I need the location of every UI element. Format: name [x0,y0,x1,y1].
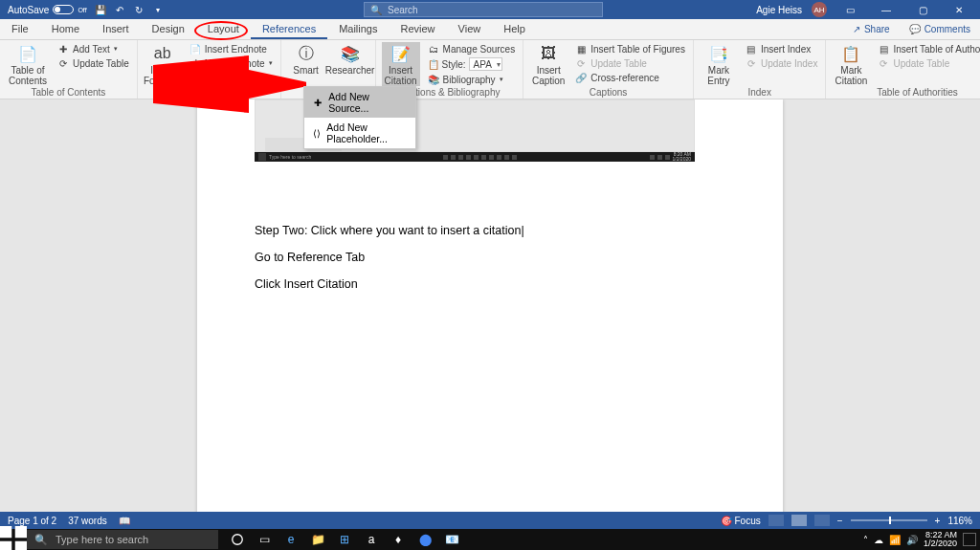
update-toc-button[interactable]: ⟳Update Table [56,56,131,70]
share-icon: ↗ [853,24,860,34]
mark-entry-button[interactable]: 📑 Mark Entry [700,42,738,86]
autosave-toggle[interactable]: AutoSave Off [8,5,87,15]
ribbon-options-icon[interactable]: ▭ [836,0,863,19]
undo-icon[interactable]: ↶ [114,4,125,15]
tab-help[interactable]: Help [492,19,537,39]
embed-date: 1/2/2020 [673,157,691,162]
insert-index-button[interactable]: ▤Insert Index [744,42,820,55]
redo-icon[interactable]: ↻ [133,4,145,15]
doc-line-1: Step Two: Click where you want to insert… [255,224,521,237]
taskbar-app-4[interactable]: a [358,529,385,550]
minimize-icon[interactable]: — [873,0,900,19]
zoom-slider[interactable] [851,519,927,521]
maximize-icon[interactable]: ▢ [909,0,936,19]
doc-line-3: Click Insert Citation [255,277,524,291]
style-icon: 📋 [428,58,439,70]
page-indicator[interactable]: Page 1 of 2 [8,516,56,526]
insert-citation-button[interactable]: 📝 Insert Citation [382,42,420,86]
taskbar-app-1[interactable]: e [278,529,304,550]
table-of-contents-button[interactable]: 📄 Table of Contents [6,42,50,86]
title-bar: AutoSave Off 💾 ↶ ↻ ▾ Document1 - Word 🔍 … [0,0,980,19]
autosave-label: AutoSave [8,5,49,15]
mark-citation-button[interactable]: 📋 Mark Citation [832,42,870,86]
researcher-button[interactable]: 📚 Researcher [331,42,369,76]
word-count[interactable]: 37 words [68,516,107,526]
insert-endnote-button[interactable]: 📄Insert Endnote [188,42,275,55]
insert-caption-button[interactable]: 🖼 Insert Caption [529,42,568,86]
taskbar-app-3[interactable]: ⊞ [331,529,358,550]
tab-references[interactable]: References [251,19,327,39]
group-label-footnotes: Footnotes [144,87,275,99]
add-text-button[interactable]: ✚Add Text▾ [56,42,131,55]
tray-onedrive-icon[interactable]: ☁ [874,535,883,545]
windows-taskbar: 🔍 Type here to search ▭ e 📁 ⊞ a ♦ ⬤ 📧 ˄ … [0,529,980,550]
bibliography-button[interactable]: 📚Bibliography▾ [426,73,518,86]
taskbar-app-2[interactable]: 📁 [304,529,331,550]
spellcheck-icon[interactable]: 📖 [119,516,130,526]
comments-button[interactable]: 💬Comments [900,19,980,39]
tray-chevron-up-icon[interactable]: ˄ [863,535,868,545]
endnote-icon: 📄 [189,43,201,55]
update-authorities-button[interactable]: ⟳Update Table [876,56,980,70]
save-icon[interactable]: 💾 [95,4,106,15]
xref-icon: 🔗 [575,72,587,83]
taskbar-clock[interactable]: 8:22 AM 1/2/2020 [924,531,957,549]
taskbar-app-7[interactable]: 📧 [438,529,465,550]
insert-table-figures-button[interactable]: ▦Insert Table of Figures [573,42,687,55]
share-button[interactable]: ↗Share [843,19,900,39]
qat-more-icon[interactable]: ▾ [152,4,164,15]
read-mode-button[interactable] [768,515,784,526]
table-figures-icon: ▦ [575,43,587,55]
task-view-icon[interactable]: ▭ [251,529,278,550]
show-notes-button[interactable]: ▤Show Notes [188,71,275,84]
citation-style-select[interactable]: 📋 Style: APA [426,56,518,72]
comment-icon: 💬 [909,24,921,34]
tab-view[interactable]: View [447,19,493,39]
update-captions-button[interactable]: ⟳Update Table [573,56,687,70]
web-layout-button[interactable] [814,515,830,526]
user-avatar[interactable]: AH [812,2,827,17]
ribbon: 📄 Table of Contents ✚Add Text▾ ⟳Update T… [0,40,980,99]
add-new-source-item[interactable]: ✚ Add New Source... [304,87,415,118]
zoom-out-button[interactable]: − [837,516,843,526]
zoom-level[interactable]: 116% [947,516,972,526]
tray-volume-icon[interactable]: 🔊 [906,535,918,545]
tab-layout[interactable]: Layout [196,19,251,39]
document-area[interactable]: Type here to search 8:20 AM 1/2/2020 Ste… [0,99,980,512]
next-footnote-button[interactable]: abNext Footnote▾ [188,56,275,70]
mark-entry-icon: 📑 [709,44,728,63]
cortana-icon[interactable] [224,529,251,550]
search-box[interactable]: 🔍 Search [364,2,603,17]
insert-authorities-button[interactable]: ▤Insert Table of Authorities [876,42,980,55]
svg-rect-1 [0,526,11,538]
cross-reference-button[interactable]: 🔗Cross-reference [573,71,687,84]
tab-design[interactable]: Design [141,19,196,39]
taskbar-app-6[interactable]: ⬤ [412,529,438,550]
add-new-placeholder-item[interactable]: ⟨⟩ Add New Placeholder... [304,118,415,148]
update-index-button[interactable]: ⟳Update Index [744,56,820,70]
manage-sources-button[interactable]: 🗂Manage Sources [426,42,518,55]
smart-lookup-button[interactable]: ⓘ Smart [287,42,325,76]
close-icon[interactable]: ✕ [946,0,972,19]
tab-insert[interactable]: Insert [91,19,141,39]
document-text[interactable]: Step Two: Click where you want to insert… [255,224,524,304]
user-name[interactable]: Agie Heiss [756,5,802,15]
tab-file[interactable]: File [0,19,40,39]
tab-home[interactable]: Home [40,19,91,39]
group-label-toc: Table of Contents [6,87,131,99]
taskbar-app-5[interactable]: ♦ [385,529,412,550]
insert-footnote-button[interactable]: ab Insert Footnote [144,42,182,86]
start-button[interactable] [0,529,27,550]
focus-mode-button[interactable]: 🎯 Focus [721,516,761,526]
page[interactable]: Type here to search 8:20 AM 1/2/2020 Ste… [197,99,783,512]
style-value[interactable]: APA [469,57,502,71]
zoom-in-button[interactable]: + [935,516,941,526]
print-layout-button[interactable] [791,515,807,526]
tab-mailings[interactable]: Mailings [327,19,389,39]
notification-center-icon[interactable] [963,533,976,546]
windows-search[interactable]: 🔍 Type here to search [27,530,218,549]
tray-wifi-icon[interactable]: 📶 [889,535,901,545]
tab-review[interactable]: Review [390,19,447,39]
update-icon: ⟳ [57,57,69,69]
add-source-icon: ✚ [312,97,323,108]
